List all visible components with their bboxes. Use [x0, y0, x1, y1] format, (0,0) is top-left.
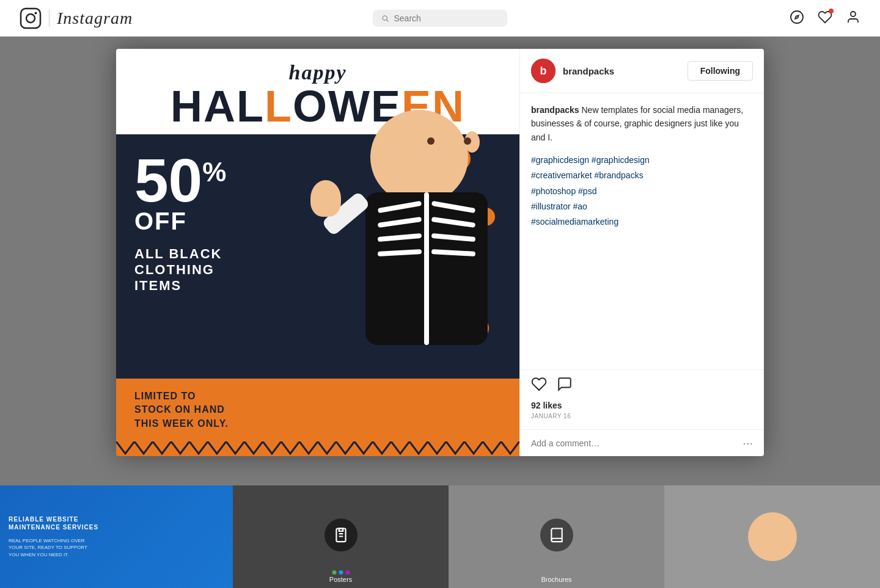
nav-divider: [49, 10, 50, 27]
hashtag-2: #creativemarket #brandpacks: [531, 168, 753, 183]
hashtag-4: #illustrator #ao: [531, 199, 753, 214]
thumb-right: [664, 485, 880, 588]
avatar: b: [531, 59, 556, 83]
action-icons: [531, 376, 753, 396]
clothing-line1: ALL BLACK: [134, 246, 226, 262]
brochures-label: Brochures: [541, 576, 571, 583]
svg-point-1: [26, 14, 35, 23]
posters-label: Posters: [329, 576, 352, 583]
poster-dots: [332, 570, 350, 575]
post-details: b brandpacks Following brandpacks New te…: [519, 49, 764, 456]
svg-point-8: [851, 12, 856, 16]
add-comment-row: ···: [520, 429, 764, 456]
following-button[interactable]: Following: [688, 61, 753, 81]
post-header: b brandpacks Following: [520, 49, 764, 93]
website-sub: REAL PEOPLE WATCHING OVERYOUR SITE, READ…: [9, 537, 87, 558]
likes-count: 92 likes: [531, 401, 753, 410]
dot-green: [332, 570, 336, 575]
rib-2l: [378, 217, 422, 228]
hashtag-3: #photoshop #psd: [531, 184, 753, 199]
thumb-website: RELIABLE WEBSITEMAINTENANCE SERVICES REA…: [0, 485, 233, 588]
svg-rect-0: [21, 9, 40, 28]
nav-left: Instagram: [20, 7, 133, 29]
instagram-logo-icon: [20, 7, 42, 29]
rib-4r: [431, 249, 475, 256]
brochures-overlay-icon: [540, 518, 573, 551]
percent-symbol: %: [202, 159, 226, 186]
hal-orange: L: [265, 82, 293, 131]
clothing-line2: CLOTHING: [134, 262, 226, 278]
comment-input[interactable]: [531, 438, 736, 448]
off-text: OFF: [134, 208, 226, 235]
clipboard-icon: [333, 527, 349, 543]
like-button[interactable]: [531, 376, 547, 396]
baby-eye-left: [427, 137, 435, 145]
caption-text: brandpacks New templates for social medi…: [531, 103, 753, 144]
dot-purple: [345, 570, 350, 575]
happy-text: happy: [134, 61, 501, 84]
svg-point-2: [35, 12, 37, 14]
thumb-brochures: Brochures: [449, 485, 664, 588]
baby-figure: [299, 98, 519, 456]
post-image: happy HALLOWEEN 50 % OFF: [116, 49, 519, 456]
baby-body: [365, 192, 488, 345]
rib-4l: [378, 249, 422, 256]
dot-blue: [339, 570, 343, 575]
top-nav: Instagram: [0, 0, 880, 37]
rib-2r: [431, 217, 475, 228]
profile-icon[interactable]: [846, 10, 860, 27]
limited-line3: THIS WEEK ONLY.: [134, 418, 229, 429]
caption-username: brandpacks: [531, 105, 579, 115]
limited-line2: STOCK ON HAND: [134, 404, 225, 415]
rib-1r: [431, 201, 475, 213]
notification-dot: [829, 9, 834, 13]
nav-brand-text: Instagram: [57, 9, 133, 28]
halloween-body: 50 % OFF ALL BLACK CLOTHING ITEMS: [116, 134, 519, 379]
hal-dark: HAL: [170, 82, 265, 131]
svg-point-3: [383, 15, 387, 20]
bottom-strip: RELIABLE WEBSITEMAINTENANCE SERVICES REA…: [0, 485, 880, 588]
svg-text:b: b: [540, 65, 547, 77]
thumb-posters: Posters: [233, 485, 449, 588]
percent-row: 50 %: [134, 153, 226, 208]
book-icon: [549, 527, 565, 543]
percent-number: 50: [134, 153, 202, 208]
rib-3l: [378, 233, 422, 242]
nav-center: [373, 10, 507, 27]
search-box[interactable]: [373, 10, 507, 27]
spine: [424, 192, 429, 345]
hand-raised: [310, 180, 341, 217]
post-date: JANUARY 16: [531, 413, 753, 419]
svg-line-4: [387, 20, 389, 21]
thumb-right-image: [748, 512, 797, 561]
comment-button[interactable]: [557, 376, 573, 396]
rib-3r: [431, 233, 475, 242]
explore-icon[interactable]: [790, 10, 804, 27]
avatar-svg: b: [531, 59, 556, 83]
posters-overlay-icon: [324, 518, 358, 551]
svg-point-7: [796, 16, 798, 18]
search-icon: [381, 14, 389, 23]
search-input[interactable]: [394, 13, 499, 23]
hashtag-1: #graphicdesign #graphicdesign: [531, 153, 753, 168]
more-icon[interactable]: ···: [743, 436, 753, 450]
website-title: RELIABLE WEBSITEMAINTENANCE SERVICES: [9, 515, 98, 531]
baby-eye-right: [464, 137, 471, 145]
deal-text-block: 50 % OFF ALL BLACK CLOTHING ITEMS: [134, 153, 226, 294]
baby-head: [370, 110, 468, 205]
clothing-text: ALL BLACK CLOTHING ITEMS: [134, 246, 226, 294]
clothing-line3: ITEMS: [134, 278, 226, 294]
nav-right: [790, 10, 860, 27]
post-modal: happy HALLOWEEN 50 % OFF: [116, 49, 764, 456]
hashtag-5: #socialmediamarketing: [531, 214, 753, 230]
post-caption: brandpacks New templates for social medi…: [520, 93, 764, 369]
hashtags: #graphicdesign #graphicdesign #creativem…: [531, 153, 753, 230]
username-header: brandpacks: [563, 66, 680, 76]
rib-1l: [378, 201, 422, 213]
post-actions: 92 likes JANUARY 16: [520, 369, 764, 429]
heart-icon[interactable]: [818, 10, 832, 27]
limited-line1: LIMITED TO: [134, 391, 196, 401]
